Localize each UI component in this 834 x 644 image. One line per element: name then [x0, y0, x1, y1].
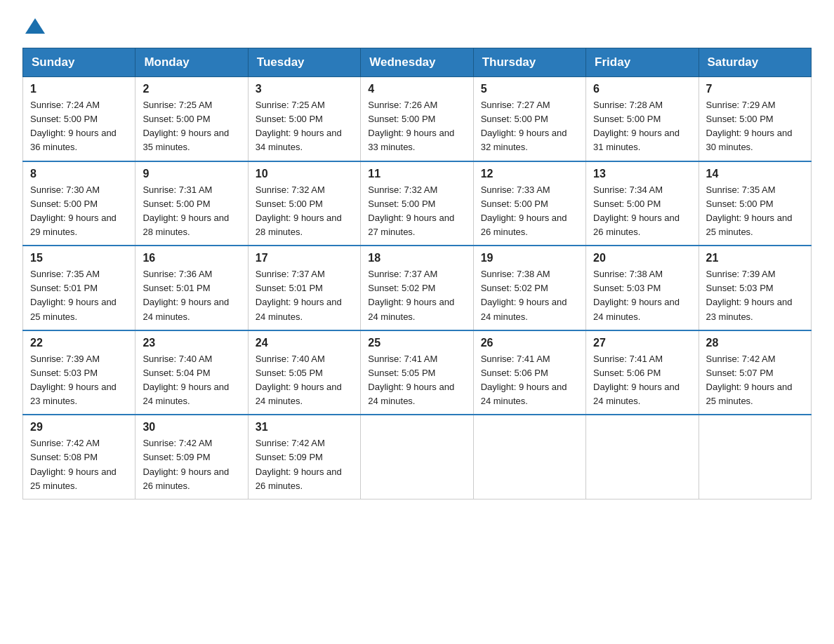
calendar-cell: 1 Sunrise: 7:24 AMSunset: 5:00 PMDayligh…: [23, 77, 135, 161]
day-number: 13: [593, 168, 691, 180]
week-row-5: 29 Sunrise: 7:42 AMSunset: 5:08 PMDaylig…: [23, 415, 812, 499]
day-info: Sunrise: 7:25 AMSunset: 5:00 PMDaylight:…: [143, 98, 240, 155]
day-info: Sunrise: 7:41 AMSunset: 5:06 PMDaylight:…: [593, 352, 691, 409]
day-info: Sunrise: 7:38 AMSunset: 5:02 PMDaylight:…: [481, 267, 578, 324]
day-number: 8: [30, 168, 128, 180]
calendar-cell: 2 Sunrise: 7:25 AMSunset: 5:00 PMDayligh…: [135, 77, 248, 161]
day-info: Sunrise: 7:32 AMSunset: 5:00 PMDaylight:…: [256, 183, 353, 240]
day-number: 12: [481, 168, 578, 180]
calendar-cell: 8 Sunrise: 7:30 AMSunset: 5:00 PMDayligh…: [23, 161, 135, 246]
header-tuesday: Tuesday: [248, 48, 360, 77]
day-info: Sunrise: 7:38 AMSunset: 5:03 PMDaylight:…: [593, 267, 691, 324]
day-info: Sunrise: 7:39 AMSunset: 5:03 PMDaylight:…: [30, 352, 128, 409]
calendar-cell: 13 Sunrise: 7:34 AMSunset: 5:00 PMDaylig…: [586, 161, 699, 246]
calendar-cell: 27 Sunrise: 7:41 AMSunset: 5:06 PMDaylig…: [586, 330, 699, 415]
logo-triangle-icon: [25, 18, 45, 34]
day-number: 31: [256, 421, 353, 434]
calendar-cell: 30 Sunrise: 7:42 AMSunset: 5:09 PMDaylig…: [135, 415, 248, 499]
day-number: 23: [143, 337, 240, 349]
day-number: 24: [256, 337, 353, 349]
calendar-table: SundayMondayTuesdayWednesdayThursdayFrid…: [22, 48, 812, 499]
day-info: Sunrise: 7:24 AMSunset: 5:00 PMDaylight:…: [30, 98, 128, 155]
day-number: 18: [368, 252, 465, 264]
day-info: Sunrise: 7:32 AMSunset: 5:00 PMDaylight:…: [368, 183, 465, 240]
day-info: Sunrise: 7:35 AMSunset: 5:00 PMDaylight:…: [706, 183, 804, 240]
calendar-cell: 16 Sunrise: 7:36 AMSunset: 5:01 PMDaylig…: [135, 246, 248, 330]
header-saturday: Saturday: [699, 48, 811, 77]
day-number: 15: [30, 252, 128, 264]
day-number: 25: [368, 337, 465, 349]
page-header: [22, 17, 812, 34]
day-number: 21: [706, 252, 804, 264]
day-number: 4: [368, 83, 465, 95]
calendar-cell: [586, 415, 699, 499]
day-number: 9: [143, 168, 240, 180]
day-number: 2: [143, 83, 240, 95]
day-info: Sunrise: 7:33 AMSunset: 5:00 PMDaylight:…: [481, 183, 578, 240]
logo: [22, 17, 45, 34]
day-info: Sunrise: 7:41 AMSunset: 5:06 PMDaylight:…: [481, 352, 578, 409]
day-number: 19: [481, 252, 578, 264]
calendar-cell: 24 Sunrise: 7:40 AMSunset: 5:05 PMDaylig…: [248, 330, 360, 415]
week-row-4: 22 Sunrise: 7:39 AMSunset: 5:03 PMDaylig…: [23, 330, 812, 415]
header-wednesday: Wednesday: [361, 48, 473, 77]
day-number: 7: [706, 83, 804, 95]
week-row-3: 15 Sunrise: 7:35 AMSunset: 5:01 PMDaylig…: [23, 246, 812, 330]
day-number: 27: [593, 337, 691, 349]
calendar-cell: 28 Sunrise: 7:42 AMSunset: 5:07 PMDaylig…: [699, 330, 811, 415]
header-sunday: Sunday: [23, 48, 135, 77]
day-number: 26: [481, 337, 578, 349]
day-info: Sunrise: 7:40 AMSunset: 5:04 PMDaylight:…: [143, 352, 240, 409]
day-number: 6: [593, 83, 691, 95]
day-info: Sunrise: 7:37 AMSunset: 5:02 PMDaylight:…: [368, 267, 465, 324]
day-number: 11: [368, 168, 465, 180]
day-info: Sunrise: 7:29 AMSunset: 5:00 PMDaylight:…: [706, 98, 804, 155]
calendar-cell: 26 Sunrise: 7:41 AMSunset: 5:06 PMDaylig…: [473, 330, 585, 415]
calendar-cell: 15 Sunrise: 7:35 AMSunset: 5:01 PMDaylig…: [23, 246, 135, 330]
calendar-cell: 21 Sunrise: 7:39 AMSunset: 5:03 PMDaylig…: [699, 246, 811, 330]
day-number: 20: [593, 252, 691, 264]
header-friday: Friday: [586, 48, 699, 77]
day-number: 1: [30, 83, 128, 95]
header-monday: Monday: [135, 48, 248, 77]
day-info: Sunrise: 7:27 AMSunset: 5:00 PMDaylight:…: [481, 98, 578, 155]
calendar-cell: [361, 415, 473, 499]
day-info: Sunrise: 7:28 AMSunset: 5:00 PMDaylight:…: [593, 98, 691, 155]
calendar-cell: 20 Sunrise: 7:38 AMSunset: 5:03 PMDaylig…: [586, 246, 699, 330]
day-info: Sunrise: 7:37 AMSunset: 5:01 PMDaylight:…: [256, 267, 353, 324]
calendar-cell: 29 Sunrise: 7:42 AMSunset: 5:08 PMDaylig…: [23, 415, 135, 499]
day-info: Sunrise: 7:42 AMSunset: 5:09 PMDaylight:…: [256, 436, 353, 493]
calendar-cell: 4 Sunrise: 7:26 AMSunset: 5:00 PMDayligh…: [361, 77, 473, 161]
calendar-cell: [699, 415, 811, 499]
day-info: Sunrise: 7:30 AMSunset: 5:00 PMDaylight:…: [30, 183, 128, 240]
day-number: 14: [706, 168, 804, 180]
calendar-cell: 5 Sunrise: 7:27 AMSunset: 5:00 PMDayligh…: [473, 77, 585, 161]
calendar-cell: 11 Sunrise: 7:32 AMSunset: 5:00 PMDaylig…: [361, 161, 473, 246]
day-info: Sunrise: 7:42 AMSunset: 5:08 PMDaylight:…: [30, 436, 128, 493]
calendar-cell: 10 Sunrise: 7:32 AMSunset: 5:00 PMDaylig…: [248, 161, 360, 246]
day-info: Sunrise: 7:41 AMSunset: 5:05 PMDaylight:…: [368, 352, 465, 409]
week-row-2: 8 Sunrise: 7:30 AMSunset: 5:00 PMDayligh…: [23, 161, 812, 246]
day-info: Sunrise: 7:42 AMSunset: 5:07 PMDaylight:…: [706, 352, 804, 409]
calendar-cell: 22 Sunrise: 7:39 AMSunset: 5:03 PMDaylig…: [23, 330, 135, 415]
calendar-cell: 7 Sunrise: 7:29 AMSunset: 5:00 PMDayligh…: [699, 77, 811, 161]
header-thursday: Thursday: [473, 48, 585, 77]
day-number: 29: [30, 421, 128, 434]
day-info: Sunrise: 7:26 AMSunset: 5:00 PMDaylight:…: [368, 98, 465, 155]
calendar-cell: 17 Sunrise: 7:37 AMSunset: 5:01 PMDaylig…: [248, 246, 360, 330]
day-info: Sunrise: 7:39 AMSunset: 5:03 PMDaylight:…: [706, 267, 804, 324]
day-number: 10: [256, 168, 353, 180]
calendar-cell: 31 Sunrise: 7:42 AMSunset: 5:09 PMDaylig…: [248, 415, 360, 499]
day-number: 30: [143, 421, 240, 434]
day-info: Sunrise: 7:25 AMSunset: 5:00 PMDaylight:…: [256, 98, 353, 155]
calendar-cell: 18 Sunrise: 7:37 AMSunset: 5:02 PMDaylig…: [361, 246, 473, 330]
day-info: Sunrise: 7:36 AMSunset: 5:01 PMDaylight:…: [143, 267, 240, 324]
day-number: 28: [706, 337, 804, 349]
day-number: 3: [256, 83, 353, 95]
day-number: 22: [30, 337, 128, 349]
calendar-cell: 23 Sunrise: 7:40 AMSunset: 5:04 PMDaylig…: [135, 330, 248, 415]
day-number: 5: [481, 83, 578, 95]
day-info: Sunrise: 7:34 AMSunset: 5:00 PMDaylight:…: [593, 183, 691, 240]
calendar-cell: 12 Sunrise: 7:33 AMSunset: 5:00 PMDaylig…: [473, 161, 585, 246]
calendar-cell: 14 Sunrise: 7:35 AMSunset: 5:00 PMDaylig…: [699, 161, 811, 246]
